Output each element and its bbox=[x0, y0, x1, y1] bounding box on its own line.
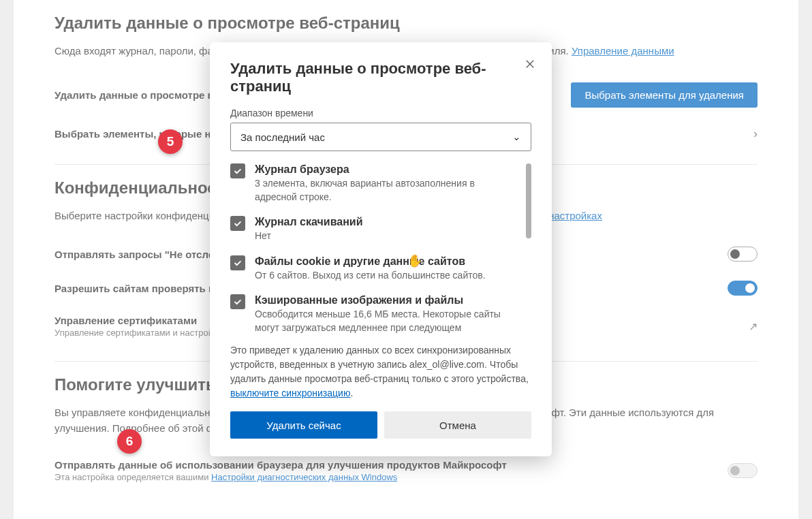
checkbox-browsing-history[interactable] bbox=[230, 163, 245, 178]
option-browsing-history: Журнал браузера 3 элемента, включая вари… bbox=[230, 163, 519, 204]
close-button[interactable] bbox=[520, 54, 540, 74]
checkbox-cached[interactable] bbox=[230, 294, 245, 309]
time-range-select[interactable]: За последний час ⌄ bbox=[230, 123, 531, 151]
checkbox-download-history[interactable] bbox=[230, 216, 245, 231]
sync-note: Это приведет к удалению данных со всех с… bbox=[230, 343, 531, 400]
dialog-title: Удалить данные о просмотре веб-страниц bbox=[230, 60, 531, 95]
checkbox-cookies[interactable] bbox=[230, 255, 245, 270]
option-cookies: Файлы cookie и другие данные сайтов От 6… bbox=[230, 255, 519, 283]
chevron-down-icon: ⌄ bbox=[512, 131, 521, 143]
options-scroll-area: Журнал браузера 3 элемента, включая вари… bbox=[230, 163, 531, 334]
annotation-badge-5: 5 bbox=[158, 129, 183, 154]
annotation-badge-6: 6 bbox=[117, 429, 142, 454]
cursor-hand-icon: ✋ bbox=[407, 253, 422, 268]
disable-sync-link[interactable]: выключите синхронизацию bbox=[230, 388, 350, 398]
clear-data-dialog: Удалить данные о просмотре веб-страниц Д… bbox=[210, 42, 552, 456]
time-range-label: Диапазон времени bbox=[230, 108, 531, 119]
cancel-button[interactable]: Отмена bbox=[384, 411, 531, 439]
option-cached: Кэшированные изображения и файлы Освобод… bbox=[230, 294, 519, 334]
option-download-history: Журнал скачиваний Нет bbox=[230, 216, 519, 243]
delete-now-button[interactable]: Удалить сейчас bbox=[230, 411, 377, 439]
scrollbar-thumb[interactable] bbox=[526, 163, 531, 238]
